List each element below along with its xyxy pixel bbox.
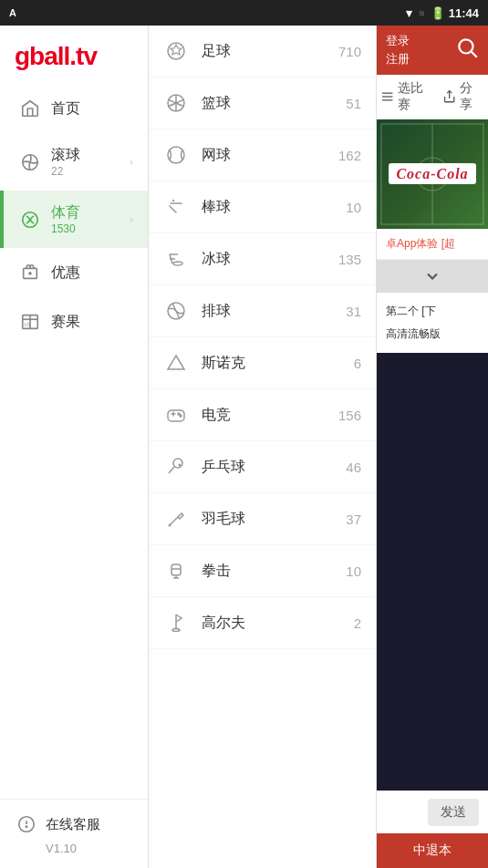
sport-name-basketball: 篮球 [202, 94, 321, 113]
volleyball-icon [163, 298, 189, 324]
send-bar: 发送 [377, 790, 488, 833]
sport-item-tabletennis[interactable]: 乒乓球 46 [149, 441, 376, 493]
promo-text: 卓App体验 [超 [386, 237, 455, 250]
sport-item-boxing[interactable]: 拳击 10 [149, 545, 376, 597]
svg-marker-12 [171, 45, 182, 55]
sidebar-item-saiguo[interactable]: VS 赛果 [0, 297, 148, 346]
icehockey-icon [163, 246, 189, 272]
right-header: 登录 注册 [377, 26, 488, 75]
sport-count-basketball: 51 [334, 96, 361, 111]
sport-name-boxing: 拳击 [202, 562, 321, 581]
bottom-bar[interactable]: 中退本 [377, 833, 488, 868]
sport-name-tennis: 网球 [202, 146, 321, 165]
tiyu-icon [18, 208, 42, 232]
clock: 11:44 [449, 6, 479, 20]
snooker-icon [163, 350, 189, 376]
sport-item-volleyball[interactable]: 排球 31 [149, 285, 376, 337]
sidebar-item-home[interactable]: 首页 [0, 84, 148, 133]
search-button[interactable] [455, 36, 479, 65]
sport-list-panel: 足球 710 篮球 51 [149, 26, 377, 868]
gunqiu-arrow: › [130, 156, 133, 169]
sport-item-basketball[interactable]: 篮球 51 [149, 78, 376, 129]
sport-item-golf[interactable]: 高尔夫 2 [149, 597, 376, 649]
select-match-label: 选比赛 [398, 80, 434, 113]
tabletennis-icon [163, 454, 189, 480]
sport-item-esports[interactable]: 电竞 156 [149, 389, 376, 441]
list-row-1: 第二个 [下 [386, 300, 479, 323]
saiguo-icon: VS [18, 310, 42, 334]
sport-count-golf: 2 [334, 615, 361, 631]
golf-icon [163, 610, 189, 636]
boxing-icon [163, 558, 189, 584]
sport-name-snooker: 斯诺克 [202, 354, 321, 373]
football-icon [163, 38, 189, 64]
tennis-icon [163, 142, 189, 168]
svg-rect-36 [171, 564, 181, 575]
battery-icon: 🔋 [431, 6, 445, 20]
youhui-label: 优惠 [51, 264, 80, 283]
svg-point-21 [173, 262, 182, 265]
tiyu-label: 体育 [51, 203, 80, 222]
service-icon [15, 812, 38, 836]
customer-service-btn[interactable]: 在线客服 [15, 812, 100, 836]
svg-line-17 [170, 206, 176, 212]
right-actions: 选比赛 分享 [377, 75, 488, 119]
share-button[interactable]: 分享 [442, 80, 484, 113]
sport-item-football[interactable]: 足球 710 [149, 26, 376, 78]
sport-item-baseball[interactable]: 棒球 10 [149, 181, 376, 233]
chevron-down-btn[interactable] [377, 260, 488, 293]
sport-name-esports: 电竞 [202, 406, 321, 425]
share-label: 分享 [460, 80, 484, 113]
svg-point-32 [179, 464, 182, 467]
coca-cola-logo: Coca-Cola [389, 163, 475, 184]
svg-point-15 [168, 147, 184, 163]
sidebar-item-youhui[interactable]: 优惠 [0, 248, 148, 297]
svg-marker-23 [168, 356, 184, 369]
sim-icon: A [9, 7, 16, 18]
sidebar-item-gunqiu[interactable]: 滚球 22 › [0, 133, 148, 191]
gunqiu-label: 滚球 [51, 146, 80, 165]
select-match-btn[interactable]: 选比赛 [380, 80, 435, 113]
sport-count-baseball: 10 [334, 200, 361, 215]
sport-count-badminton: 37 [334, 512, 361, 527]
sport-name-volleyball: 排球 [202, 302, 321, 321]
sport-name-football: 足球 [202, 42, 321, 61]
status-bar: A ▾ ◾ 🔋 11:44 [0, 0, 488, 26]
svg-point-30 [173, 459, 182, 468]
sport-item-badminton[interactable]: 羽毛球 37 [149, 493, 376, 545]
sport-count-boxing: 10 [334, 563, 361, 579]
sport-count-icehockey: 135 [334, 252, 361, 267]
sidebar: gball.tv 首页 [0, 26, 149, 868]
svg-point-35 [169, 524, 171, 527]
register-button[interactable]: 注册 [386, 51, 410, 67]
sport-name-baseball: 棒球 [202, 198, 321, 217]
saiguo-label: 赛果 [51, 313, 80, 332]
sport-name-tabletennis: 乒乓球 [202, 458, 321, 477]
sport-count-tabletennis: 46 [334, 460, 361, 475]
esports-icon [163, 402, 189, 428]
home-icon [18, 97, 42, 120]
tiyu-arrow: › [130, 213, 133, 226]
sport-item-snooker[interactable]: 斯诺克 6 [149, 337, 376, 389]
svg-marker-34 [178, 513, 183, 519]
sidebar-item-tiyu[interactable]: 体育 1530 › [0, 191, 148, 248]
login-button[interactable]: 登录 [386, 33, 410, 49]
auth-buttons: 登录 注册 [386, 33, 410, 67]
sport-item-tennis[interactable]: 网球 162 [149, 129, 376, 181]
youhui-icon [18, 261, 42, 284]
sport-count-volleyball: 31 [334, 304, 361, 319]
sport-item-icehockey[interactable]: 冰球 135 [149, 233, 376, 285]
sidebar-footer: 在线客服 V1.10 [0, 799, 148, 868]
send-button[interactable]: 发送 [428, 799, 479, 826]
logo-area: gball.tv [0, 26, 148, 84]
right-panel: 登录 注册 选比赛 [377, 26, 488, 868]
gunqiu-count: 22 [51, 165, 80, 178]
svg-line-33 [170, 517, 178, 525]
logo: gball.tv [15, 42, 97, 71]
main-layout: gball.tv 首页 [0, 26, 488, 868]
list-content: 第二个 [下 高清流畅版 [377, 293, 488, 353]
svg-line-44 [472, 52, 477, 57]
sidebar-nav: 首页 滚球 22 › [0, 84, 148, 799]
basketball-icon [163, 90, 189, 116]
sport-name-badminton: 羽毛球 [202, 510, 321, 529]
